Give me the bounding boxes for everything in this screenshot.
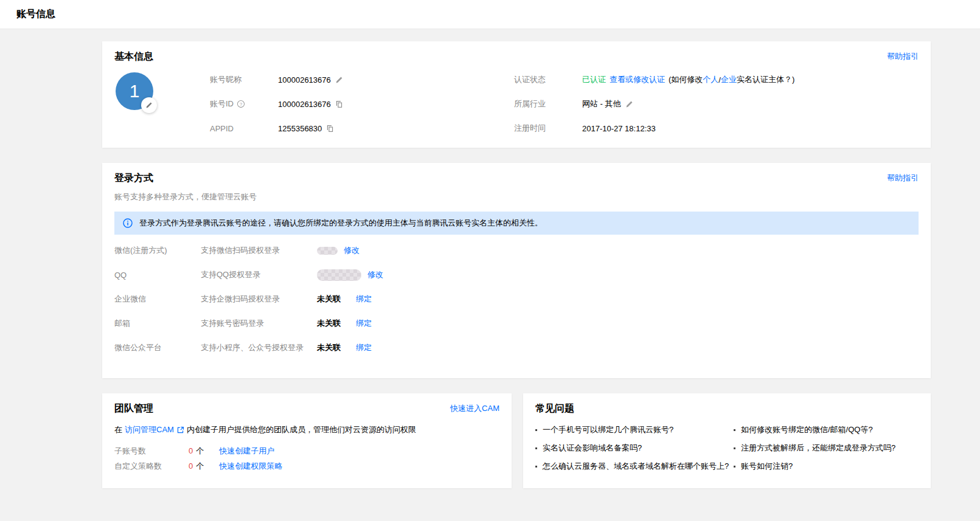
faq-item[interactable]: 如何修改账号绑定的微信/邮箱/QQ等?: [734, 421, 919, 439]
avatar: 1: [116, 72, 153, 110]
sub-account-unit: 个: [196, 446, 204, 457]
masked-account-thumbnail: [317, 247, 338, 255]
page-title: 账号信息: [16, 8, 55, 21]
faq-question: 实名认证会影响域名备案吗?: [543, 443, 642, 454]
custom-policy-unit: 个: [196, 461, 204, 472]
basic-info-title: 基本信息: [114, 50, 153, 63]
team-desc-suffix: 内创建子用户提供给您的团队成员，管理他们对云资源的访问权限: [187, 424, 416, 435]
faq-list: 一个手机号可以绑定几个腾讯云账号? 实名认证会影响域名备案吗? 怎么确认云服务器…: [535, 421, 919, 475]
basic-info-body: 1 账号昵称 100002613676: [114, 67, 919, 140]
nickname-row: 账号昵称 100002613676: [210, 67, 514, 92]
edit-pencil-icon: [145, 102, 153, 109]
sub-account-row: 子账号数 0 个 快速创建子用户: [114, 443, 499, 458]
faq-card-head: 常见问题: [535, 402, 919, 415]
account-id-value: 100002613676: [278, 100, 331, 109]
custom-policy-count: 0: [189, 461, 193, 471]
create-sub-user-link[interactable]: 快速创建子用户: [219, 446, 274, 457]
login-row-desc: 支持小程序、公众号授权登录: [201, 342, 317, 353]
register-time-label: 注册时间: [514, 123, 582, 134]
faq-item[interactable]: 怎么确认云服务器、域名或者域名解析在哪个账号上?: [535, 457, 734, 475]
login-info-alert-text: 登录方式作为登录腾讯云账号的途径，请确认您所绑定的登录方式的使用主体与当前腾讯云…: [139, 218, 543, 229]
cam-console-link[interactable]: 访问管理CAM: [125, 424, 174, 435]
avatar-edit-button[interactable]: [141, 97, 157, 113]
login-row-name: 邮箱: [114, 318, 201, 329]
custom-policy-label: 自定义策略数: [114, 461, 189, 472]
auth-status-badge: 已认证: [582, 74, 606, 85]
faq-title: 常见问题: [535, 402, 574, 415]
faq-card: 常见问题 一个手机号可以绑定几个腾讯云账号? 实名认证会影响域名备案吗? 怎么确…: [523, 393, 931, 488]
email-bind-link[interactable]: 绑定: [356, 318, 372, 329]
faq-item[interactable]: 账号如何注销?: [734, 457, 919, 475]
faq-question: 怎么确认云服务器、域名或者域名解析在哪个账号上?: [543, 461, 729, 472]
account-id-label: 账号ID: [210, 98, 234, 109]
auth-enterprise-link[interactable]: 企业: [721, 74, 737, 85]
copy-icon[interactable]: [326, 125, 334, 133]
qq-modify-link[interactable]: 修改: [367, 269, 383, 280]
faq-question: 如何修改账号绑定的微信/邮箱/QQ等?: [741, 424, 873, 435]
login-row-wechat: 微信(注册方式) 支持微信扫码授权登录 修改: [114, 238, 919, 263]
industry-edit-icon[interactable]: [625, 100, 633, 108]
faq-question: 注册方式被解绑后，还能绑定成登录方式吗?: [741, 443, 895, 454]
faq-item[interactable]: 实名认证会影响域名备案吗?: [535, 439, 734, 457]
basic-info-card: 基本信息 帮助指引 1 账号昵称 100002613676: [102, 41, 931, 148]
login-row-status: 未关联: [317, 318, 341, 329]
external-link-icon[interactable]: [176, 426, 184, 434]
team-management-card: 团队管理 快速进入CAM 在 访问管理CAM 内创建子用户提供给您的团队成员，管…: [102, 393, 512, 488]
auth-personal-link[interactable]: 个人: [703, 74, 718, 85]
sub-account-count: 0: [189, 446, 193, 455]
help-question-icon[interactable]: ?: [237, 100, 245, 108]
enter-cam-link[interactable]: 快速进入CAM: [450, 403, 499, 414]
auth-note-prefix: (如何修改: [669, 74, 703, 85]
login-row-name: 企业微信: [114, 294, 201, 305]
page-header: 账号信息: [0, 0, 980, 29]
wechat-official-bind-link[interactable]: 绑定: [356, 342, 372, 353]
main-content: 基本信息 帮助指引 1 账号昵称 100002613676: [102, 41, 931, 488]
bullet-icon: [734, 429, 735, 431]
login-methods-title: 登录方式: [114, 172, 153, 185]
login-row-desc: 支持账号密码登录: [201, 318, 317, 329]
create-policy-link[interactable]: 快速创建权限策略: [219, 461, 282, 472]
login-methods-list: 微信(注册方式) 支持微信扫码授权登录 修改 QQ 支持QQ授权登录 修改 企业…: [114, 238, 919, 360]
login-methods-help-link[interactable]: 帮助指引: [887, 173, 919, 184]
avatar-column: 1: [114, 67, 210, 140]
basic-info-right-fields: 认证状态 已认证 查看或修改认证 (如何修改 个人 / 企业 实名认证主体？) …: [514, 67, 919, 140]
faq-item[interactable]: 注册方式被解绑后，还能绑定成登录方式吗?: [734, 439, 919, 457]
login-row-name: 微信(注册方式): [114, 245, 201, 256]
login-row-desc: 支持QQ授权登录: [201, 269, 317, 280]
nickname-edit-icon[interactable]: [335, 76, 343, 84]
bullet-icon: [734, 447, 735, 449]
auth-status-label: 认证状态: [514, 74, 582, 85]
login-row-status: 未关联: [317, 294, 341, 305]
appid-value: 1255356830: [278, 124, 322, 133]
bullet-icon: [535, 447, 537, 449]
basic-info-left-fields: 账号昵称 100002613676 账号ID ?: [210, 67, 514, 140]
auth-note-suffix: 实名认证主体？): [737, 74, 794, 85]
bullet-icon: [535, 466, 537, 468]
faq-question: 一个手机号可以绑定几个腾讯云账号?: [543, 424, 673, 435]
wecom-bind-link[interactable]: 绑定: [356, 294, 372, 305]
bullet-icon: [535, 429, 537, 431]
industry-value: 网站 - 其他: [582, 98, 621, 109]
wechat-modify-link[interactable]: 修改: [344, 245, 360, 256]
login-row-desc: 支持微信扫码授权登录: [201, 245, 317, 256]
basic-info-help-link[interactable]: 帮助指引: [887, 51, 919, 62]
login-methods-card-head: 登录方式 帮助指引: [114, 172, 919, 184]
login-row-email: 邮箱 支持账号密码登录 未关联 绑定: [114, 311, 919, 336]
appid-label: APPID: [210, 124, 278, 133]
login-row-name: QQ: [114, 271, 201, 280]
basic-info-card-head: 基本信息 帮助指引: [114, 50, 919, 63]
nickname-label: 账号昵称: [210, 74, 278, 85]
login-row-name: 微信公众平台: [114, 342, 201, 353]
team-stats: 子账号数 0 个 快速创建子用户 自定义策略数 0 个 快速创建权限策略: [114, 443, 499, 474]
auth-modify-link[interactable]: 查看或修改认证: [610, 74, 665, 85]
register-time-value: 2017-10-27 18:12:33: [582, 124, 656, 133]
team-card-head: 团队管理 快速进入CAM: [114, 402, 499, 415]
info-icon: [123, 218, 133, 228]
faq-left-column: 一个手机号可以绑定几个腾讯云账号? 实名认证会影响域名备案吗? 怎么确认云服务器…: [535, 421, 734, 475]
team-title: 团队管理: [114, 402, 153, 415]
faq-item[interactable]: 一个手机号可以绑定几个腾讯云账号?: [535, 421, 734, 439]
copy-icon[interactable]: [335, 100, 343, 108]
custom-policy-row: 自定义策略数 0 个 快速创建权限策略: [114, 458, 499, 474]
industry-label: 所属行业: [514, 98, 582, 109]
auth-status-row: 认证状态 已认证 查看或修改认证 (如何修改 个人 / 企业 实名认证主体？): [514, 67, 919, 92]
